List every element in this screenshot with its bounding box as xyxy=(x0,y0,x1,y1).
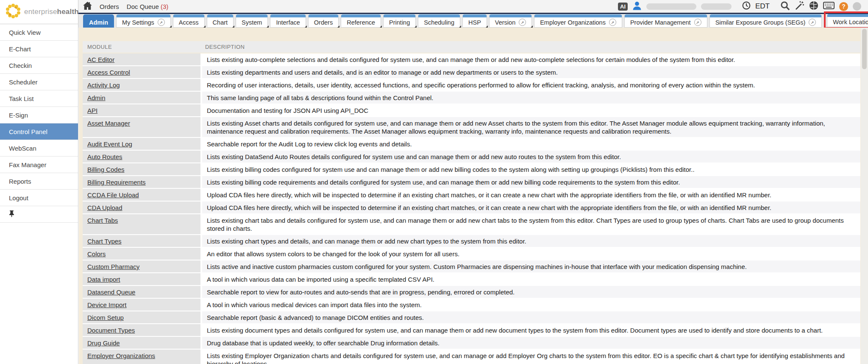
column-header-description: DESCRIPTION xyxy=(200,44,860,50)
module-link[interactable]: Data import xyxy=(87,276,120,283)
external-link-icon: ↗ xyxy=(609,19,616,26)
user-icon[interactable] xyxy=(632,1,642,12)
sidebar-item-logout[interactable]: Logout xyxy=(0,190,78,206)
tab-orders[interactable]: Orders xyxy=(308,14,339,28)
tab-employer-organizations[interactable]: Employer Organizations↗ xyxy=(534,14,622,28)
tab-hsp[interactable]: HSP xyxy=(462,14,487,28)
description-text: Searchable report for the Audit Log to r… xyxy=(207,140,856,148)
sidebar: Quick ViewE-ChartCheckinSchedulerTask Li… xyxy=(0,24,78,364)
description-text: Searchable report (basic & advanced) to … xyxy=(207,314,856,322)
tab-scheduling[interactable]: Scheduling xyxy=(418,14,460,28)
description-text: Lists existing document types and detail… xyxy=(207,326,856,334)
module-link[interactable]: Billing Codes xyxy=(87,166,125,173)
tab-chart[interactable]: Chart xyxy=(207,14,234,28)
description-cell: Lists existing departments and users and… xyxy=(202,66,860,78)
tab-printing[interactable]: Printing xyxy=(383,14,416,28)
module-link[interactable]: Chart Tabs xyxy=(87,217,118,224)
sidebar-item-quick-view[interactable]: Quick View xyxy=(0,24,78,41)
keyboard-icon[interactable] xyxy=(823,2,835,11)
description-text: An editor that allows system colors to b… xyxy=(207,250,856,258)
module-link[interactable]: CCDA File Upload xyxy=(87,191,139,199)
module-link[interactable]: Employer Organizations xyxy=(87,352,155,359)
module-link[interactable]: Custom Pharmacy xyxy=(87,263,139,270)
home-icon[interactable] xyxy=(83,2,92,11)
description-text: Upload CDA files here directly, which wi… xyxy=(207,191,856,199)
module-link[interactable]: Colors xyxy=(87,250,106,258)
module-link[interactable]: Drug Guide xyxy=(87,339,120,347)
tab-interface[interactable]: Interface xyxy=(270,14,306,28)
sidebar-item-checkin[interactable]: Checkin xyxy=(0,57,78,74)
timezone-label: EDT xyxy=(755,2,770,11)
tab-version[interactable]: Version↗ xyxy=(489,14,532,28)
sidebar-item-pin[interactable] xyxy=(0,206,78,223)
tab-label: Reference xyxy=(347,19,375,26)
redacted-text xyxy=(701,3,732,10)
tab-label: Orders xyxy=(314,19,333,26)
description-cell: A tool in which various data can be impo… xyxy=(202,273,860,285)
module-link[interactable]: Access Control xyxy=(87,69,130,76)
table-row: Billing RequirementsLists existing billi… xyxy=(83,176,860,188)
sidebar-item-fax-manager[interactable]: Fax Manager xyxy=(0,157,78,173)
sidebar-item-task-list[interactable]: Task List xyxy=(0,90,78,107)
table-row: Asset ManagerLists existing Asset charts… xyxy=(83,117,860,137)
description-text: Lists existing billing codes configured … xyxy=(207,165,856,174)
globe-icon[interactable] xyxy=(809,1,818,12)
table-row: Activity LogRecording of user interactio… xyxy=(83,79,860,91)
nav-orders[interactable]: Orders xyxy=(100,3,119,10)
module-link[interactable]: Dicom Setup xyxy=(87,314,124,321)
tab-work-locations[interactable]: Work Locations↗ xyxy=(827,14,868,27)
tab-similar-exposure-groups-segs[interactable]: Similar Exposure Groups (SEGs)↗ xyxy=(709,14,822,28)
module-link[interactable]: Document Types xyxy=(87,327,135,334)
search-icon[interactable] xyxy=(780,1,790,12)
module-link[interactable]: Audit Event Log xyxy=(87,140,132,148)
nav-doc-queue[interactable]: Doc Queue (3) xyxy=(127,3,168,10)
doc-queue-label: Doc Queue xyxy=(127,3,159,10)
module-link[interactable]: Asset Manager xyxy=(87,120,130,127)
highlight-frame: Work Locations↗ xyxy=(824,11,868,29)
table-row: Dicom SetupSearchable report (basic & ad… xyxy=(83,311,860,323)
module-cell: CDA Upload xyxy=(83,202,200,213)
help-icon[interactable]: ? xyxy=(839,2,848,11)
table-row: Auto RoutesLists existing DataSend Auto … xyxy=(83,151,860,162)
tab-access[interactable]: Access xyxy=(173,14,205,28)
module-link[interactable]: Auto Routes xyxy=(87,153,122,160)
sidebar-item-scheduler[interactable]: Scheduler xyxy=(0,74,78,90)
avatar-placeholder[interactable] xyxy=(853,2,861,11)
module-cell: Chart Tabs xyxy=(83,214,200,234)
sidebar-item-e-chart[interactable]: E-Chart xyxy=(0,41,78,57)
module-link[interactable]: API xyxy=(87,107,97,114)
description-cell: Searchable report for the Audit Log to r… xyxy=(202,138,860,150)
tab-my-settings[interactable]: My Settings↗ xyxy=(116,14,171,28)
description-cell: Drug database that is updated weekly, to… xyxy=(202,337,860,349)
sidebar-item-webscan[interactable]: WebScan xyxy=(0,140,78,157)
module-link[interactable]: Admin xyxy=(87,94,106,101)
tab-admin[interactable]: Admin xyxy=(83,14,114,28)
description-cell: Lists existing DataSend Auto Routes deta… xyxy=(202,151,860,162)
module-link[interactable]: AC Editor xyxy=(87,56,114,63)
tab-reference[interactable]: Reference xyxy=(341,14,381,28)
table-row: Audit Event LogSearchable report for the… xyxy=(83,138,860,150)
table-header-row: MODULE DESCRIPTION xyxy=(83,41,860,53)
module-link[interactable]: Billing Requirements xyxy=(87,179,146,186)
scrollbar-thumb[interactable] xyxy=(862,29,867,69)
sidebar-item-reports[interactable]: Reports xyxy=(0,173,78,190)
module-link[interactable]: Device Import xyxy=(87,301,127,308)
sidebar-item-label: Reports xyxy=(9,178,31,185)
module-link[interactable]: Datasend Queue xyxy=(87,288,135,296)
scrollbar[interactable] xyxy=(861,28,868,364)
module-link[interactable]: CDA Upload xyxy=(87,204,122,211)
module-link[interactable]: Activity Log xyxy=(87,81,120,89)
module-link[interactable]: Chart Types xyxy=(87,238,122,245)
topbar-nav: Orders Doc Queue (3) xyxy=(83,2,168,11)
tab-system[interactable]: System xyxy=(236,14,268,28)
sidebar-item-label: Checkin xyxy=(9,62,32,69)
tab-provider-management[interactable]: Provider Management↗ xyxy=(624,14,707,28)
topbar: Orders Doc Queue (3) AI EDT ? xyxy=(0,0,868,13)
sidebar-item-control-panel[interactable]: Control Panel xyxy=(0,123,78,140)
table-row: AdminThis same landing page of all tabs … xyxy=(83,92,860,104)
wand-icon[interactable] xyxy=(795,1,804,12)
table-row: Datasend QueueSearchable report to view … xyxy=(83,286,860,298)
sidebar-item-e-sign[interactable]: E-Sign xyxy=(0,107,78,123)
tab-label: Printing xyxy=(389,19,410,26)
module-cell: Document Types xyxy=(83,324,200,336)
